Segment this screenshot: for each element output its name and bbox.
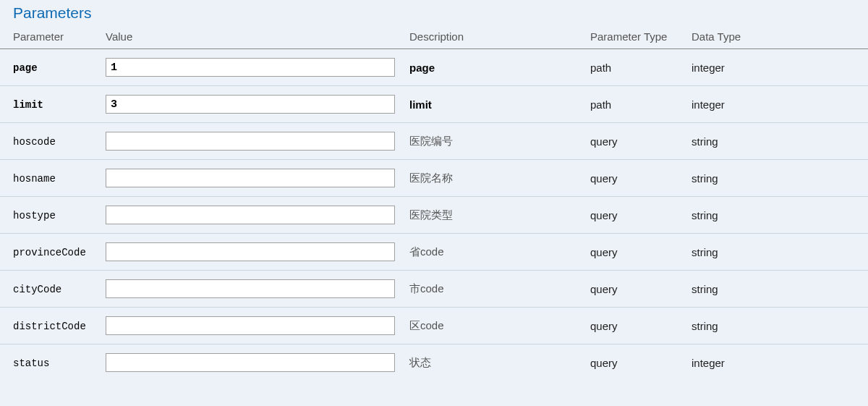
table-row: hostype医院类型querystring — [0, 197, 868, 234]
parameters-table: Parameter Value Description Parameter Ty… — [0, 23, 868, 381]
table-row: status状态queryinteger — [0, 344, 868, 381]
data-type: string — [692, 209, 718, 221]
data-type: string — [692, 283, 718, 295]
param-description: limit — [409, 98, 432, 111]
param-name: hoscode — [13, 136, 56, 148]
param-name: limit — [13, 99, 43, 111]
param-description: 省code — [409, 245, 444, 258]
data-type: integer — [692, 98, 725, 111]
param-value-input[interactable] — [106, 353, 395, 372]
param-value-input[interactable] — [106, 95, 395, 114]
param-type: query — [590, 172, 618, 185]
param-value-input[interactable] — [106, 132, 395, 151]
param-name: hosname — [13, 173, 56, 185]
param-name: page — [13, 62, 38, 74]
param-value-input[interactable] — [106, 316, 395, 335]
param-name: districtCode — [13, 321, 86, 332]
param-value-input[interactable] — [106, 169, 395, 187]
param-description: 市code — [409, 282, 444, 295]
param-type: path — [590, 98, 611, 111]
param-type: query — [590, 357, 618, 369]
table-row: hoscode医院编号querystring — [0, 123, 868, 160]
param-value-input[interactable] — [106, 242, 395, 261]
param-value-input[interactable] — [106, 279, 395, 298]
param-type: query — [590, 283, 618, 295]
table-row: hosname医院名称querystring — [0, 160, 868, 197]
param-description: 区code — [409, 319, 444, 331]
table-row: pagepagepathinteger — [0, 49, 868, 86]
param-name: status — [13, 358, 49, 369]
parameters-panel: Parameters Parameter Value Description P… — [0, 0, 868, 385]
param-description: page — [409, 62, 435, 74]
param-type: query — [590, 135, 618, 148]
table-header-row: Parameter Value Description Parameter Ty… — [0, 23, 868, 49]
col-header-parameter-type: Parameter Type — [586, 23, 687, 49]
data-type: string — [692, 320, 718, 332]
col-header-description: Description — [405, 23, 586, 49]
table-row: limitlimitpathinteger — [0, 86, 868, 123]
param-name: cityCode — [13, 284, 61, 295]
param-description: 医院编号 — [409, 135, 453, 147]
data-type: string — [692, 135, 718, 148]
col-header-value: Value — [101, 23, 405, 49]
param-value-input[interactable] — [106, 58, 395, 77]
col-header-data-type: Data Type — [687, 23, 868, 49]
table-row: districtCode区codequerystring — [0, 308, 868, 344]
param-description: 医院类型 — [409, 208, 453, 221]
section-title: Parameters — [0, 0, 868, 23]
param-value-input[interactable] — [106, 206, 395, 224]
table-row: provinceCode省codequerystring — [0, 234, 868, 271]
table-row: cityCode市codequerystring — [0, 271, 868, 308]
data-type: integer — [692, 357, 725, 369]
param-description: 医院名称 — [409, 172, 453, 184]
param-name: hostype — [13, 210, 56, 221]
param-type: path — [590, 62, 611, 74]
param-description: 状态 — [409, 356, 431, 368]
param-name: provinceCode — [13, 247, 86, 258]
param-type: query — [590, 320, 618, 332]
data-type: string — [692, 172, 718, 185]
param-type: query — [590, 246, 618, 258]
data-type: integer — [692, 62, 725, 74]
col-header-parameter: Parameter — [0, 23, 101, 49]
param-type: query — [590, 209, 618, 221]
data-type: string — [692, 246, 718, 258]
